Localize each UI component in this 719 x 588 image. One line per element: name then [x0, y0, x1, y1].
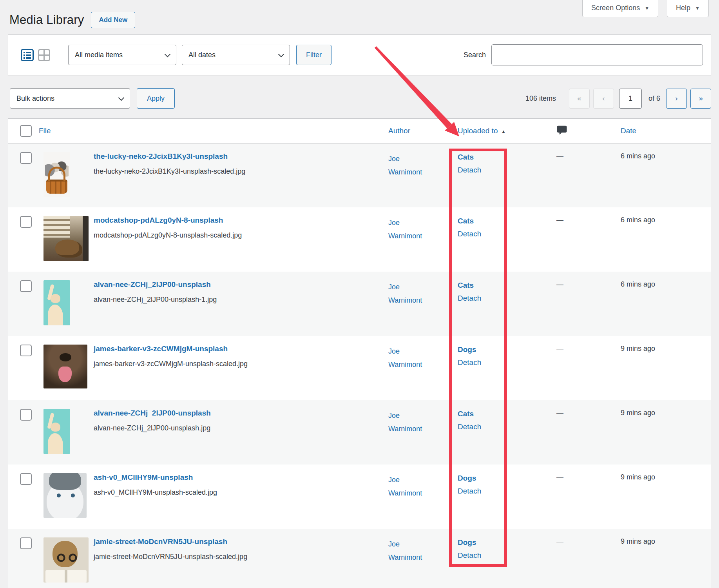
select-all-checkbox[interactable] [20, 125, 32, 137]
media-title-link[interactable]: alvan-nee-ZCHj_2lJP00-unsplash [94, 280, 217, 289]
grid-view-icon[interactable] [38, 49, 50, 61]
file-text: the-lucky-neko-2JcixB1Ky3I-unsplash the-… [91, 152, 245, 197]
media-thumbnail[interactable] [43, 537, 89, 583]
column-header-uploaded-to[interactable]: Uploaded to [458, 127, 498, 135]
next-page-button[interactable]: › [666, 89, 687, 109]
chevron-down-icon [165, 51, 171, 58]
chevron-down-icon [278, 51, 284, 58]
media-library-page: Screen Options ▼ Help ▼ Media Library Ad… [0, 0, 719, 588]
prev-page-button[interactable]: ‹ [593, 89, 614, 109]
file-text: alvan-nee-ZCHj_2lJP00-unsplash alvan-nee… [91, 409, 211, 454]
select-row-checkbox[interactable] [20, 409, 32, 421]
caret-down-icon: ▼ [695, 5, 700, 11]
column-header-date[interactable]: Date [621, 127, 636, 135]
column-header-file[interactable]: File [39, 127, 51, 135]
view-switcher [21, 49, 50, 61]
media-title-link[interactable]: james-barker-v3-zcCWMjgM-unsplash [94, 345, 248, 353]
uploaded-to-link[interactable]: Cats [458, 280, 551, 290]
help-button[interactable]: Help ▼ [667, 0, 709, 17]
detach-link[interactable]: Detach [458, 358, 481, 367]
media-title-link[interactable]: alvan-nee-ZCHj_2lJP00-unsplash [94, 409, 211, 417]
uploaded-to-link[interactable]: Cats [458, 152, 551, 162]
search-input[interactable] [491, 44, 703, 65]
select-row-checkbox[interactable] [20, 280, 32, 292]
file-text: james-barker-v3-zcCWMjgM-unsplash james-… [91, 345, 248, 388]
media-title-link[interactable]: the-lucky-neko-2JcixB1Ky3I-unsplash [94, 152, 245, 161]
media-row: the-lucky-neko-2JcixB1Ky3I-unsplash the-… [8, 143, 711, 207]
detach-link[interactable]: Detach [458, 423, 481, 431]
author-link[interactable]: Joe Warnimont [388, 412, 422, 433]
current-page-input[interactable] [619, 89, 642, 109]
media-row: modcatshop-pdALzg0yN-8-unsplash modcatsh… [8, 207, 711, 272]
media-thumbnail[interactable] [43, 345, 87, 388]
select-row-checkbox[interactable] [20, 345, 32, 356]
upload-date: 9 mins ago [621, 537, 655, 545]
file-cell: jamie-street-MoDcnVRN5JU-unsplash jamie-… [39, 537, 380, 583]
media-list-table: File Author Uploaded to▲ Date [8, 118, 711, 588]
media-thumbnail[interactable] [43, 216, 89, 261]
media-thumbnail[interactable] [43, 473, 87, 518]
search-label: Search [464, 51, 486, 59]
uploaded-to-link[interactable]: Cats [458, 409, 551, 419]
detach-link[interactable]: Detach [458, 551, 481, 559]
upload-date: 6 mins ago [621, 216, 655, 224]
help-label: Help [676, 4, 690, 12]
select-row-checkbox[interactable] [20, 537, 32, 549]
media-title-link[interactable]: jamie-street-MoDcnVRN5JU-unsplash [94, 537, 247, 546]
filter-button[interactable]: Filter [296, 45, 331, 65]
file-cell: the-lucky-neko-2JcixB1Ky3I-unsplash the-… [39, 152, 380, 197]
media-icon-wrap [39, 345, 91, 388]
media-thumbnail[interactable] [43, 409, 70, 454]
apply-button[interactable]: Apply [137, 88, 175, 109]
media-filename: modcatshop-pdALzg0yN-8-unsplash-scaled.j… [94, 231, 242, 239]
media-icon-wrap [39, 409, 91, 454]
author-link[interactable]: Joe Warnimont [388, 283, 422, 304]
author-link[interactable]: Joe Warnimont [388, 219, 422, 240]
comments-column-icon[interactable] [556, 124, 568, 138]
uploaded-to-link[interactable]: Cats [458, 216, 551, 226]
author-link[interactable]: Joe Warnimont [388, 540, 422, 561]
media-icon-wrap [39, 473, 91, 518]
media-thumbnail[interactable] [43, 152, 70, 197]
author-link[interactable]: Joe Warnimont [388, 476, 422, 497]
media-title-link[interactable]: modcatshop-pdALzg0yN-8-unsplash [94, 216, 242, 225]
media-thumbnail[interactable] [43, 280, 70, 325]
author-link[interactable]: Joe Warnimont [388, 347, 422, 368]
search-area: Search [464, 44, 703, 65]
file-cell: james-barker-v3-zcCWMjgM-unsplash james-… [39, 345, 380, 388]
detach-link[interactable]: Detach [458, 487, 481, 495]
first-page-button[interactable]: « [569, 89, 590, 109]
chevron-down-icon [118, 95, 125, 101]
uploaded-to-link[interactable]: Dogs [458, 345, 551, 355]
caret-down-icon: ▼ [645, 5, 649, 11]
add-new-button[interactable]: Add New [91, 12, 135, 28]
detach-link[interactable]: Detach [458, 294, 481, 302]
media-type-filter-select[interactable]: All media items [68, 45, 176, 65]
column-header-author[interactable]: Author [388, 127, 410, 135]
last-page-button[interactable]: » [690, 89, 711, 109]
detach-link[interactable]: Detach [458, 230, 481, 238]
media-icon-wrap [39, 152, 91, 197]
media-type-filter-value: All media items [75, 51, 123, 59]
pagination: 106 items « ‹ of 6 › » [525, 89, 711, 109]
item-count: 106 items [525, 94, 556, 103]
select-row-checkbox[interactable] [20, 152, 32, 164]
media-title-link[interactable]: ash-v0_MCllHY9M-unsplash [94, 473, 217, 482]
detach-link[interactable]: Detach [458, 166, 481, 174]
media-filename: the-lucky-neko-2JcixB1Ky3I-unsplash-scal… [94, 167, 245, 175]
upload-date: 6 mins ago [621, 152, 655, 160]
upload-date: 6 mins ago [621, 280, 655, 288]
author-link[interactable]: Joe Warnimont [388, 155, 422, 176]
select-row-checkbox[interactable] [20, 473, 32, 485]
file-text: alvan-nee-ZCHj_2lJP00-unsplash alvan-nee… [91, 280, 217, 325]
media-row: alvan-nee-ZCHj_2lJP00-unsplash alvan-nee… [8, 400, 711, 465]
uploaded-to-link[interactable]: Dogs [458, 473, 551, 483]
select-row-checkbox[interactable] [20, 216, 32, 228]
uploaded-to-link[interactable]: Dogs [458, 537, 551, 548]
comments-dash: — [556, 409, 563, 417]
comments-dash: — [556, 345, 563, 352]
date-filter-select[interactable]: All dates [182, 45, 290, 65]
list-view-icon[interactable] [21, 49, 34, 61]
bulk-actions-select[interactable]: Bulk actions [10, 88, 130, 109]
screen-options-button[interactable]: Screen Options ▼ [582, 0, 658, 17]
